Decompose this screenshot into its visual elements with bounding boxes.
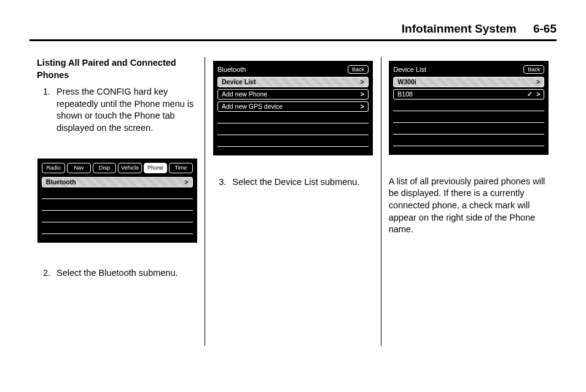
row-label: Device List xyxy=(222,77,256,86)
row-label: Add new GPS device xyxy=(222,102,283,111)
column-2: Bluetooth Back Device List>Add new Phone… xyxy=(205,57,380,346)
menu-row[interactable]: Add new GPS device> xyxy=(217,101,369,112)
tab-nav[interactable]: Nav xyxy=(67,163,91,173)
title-bar: Bluetooth Back xyxy=(217,65,369,74)
screenshot-phone-menu: RadioNavDispVehiclePhoneTime Bluetooth> xyxy=(37,159,197,242)
content-columns: Listing All Paired and Connected Phones … xyxy=(29,57,557,346)
menu-row[interactable]: Bluetooth> xyxy=(42,177,193,187)
tab-disp[interactable]: Disp xyxy=(93,163,117,173)
screenshot-bluetooth-menu: Bluetooth Back Device List>Add new Phone… xyxy=(213,61,373,155)
screenshot-device-list: Device List Back W300i>B108> xyxy=(389,61,549,155)
menu-row[interactable]: Device List> xyxy=(217,77,369,87)
empty-row xyxy=(42,189,193,199)
chevron-right-icon: > xyxy=(361,77,364,86)
menu-row[interactable]: Add new Phone> xyxy=(217,89,369,100)
header-title: Infotainment System xyxy=(402,22,517,35)
tab-phone[interactable]: Phone xyxy=(144,163,168,173)
tab-vehicle[interactable]: Vehicle xyxy=(118,163,142,173)
steps-list-3: Select the Device List submenu. xyxy=(213,176,373,189)
menu-rows: Bluetooth> xyxy=(42,177,193,234)
menu-rows: Device List>Add new Phone>Add new GPS de… xyxy=(217,77,369,147)
empty-row xyxy=(217,137,369,147)
page-number: 6-65 xyxy=(533,22,557,35)
steps-list: Press the CONFIG hard key repeatedly unt… xyxy=(37,86,197,134)
chevron-right-icon: > xyxy=(536,77,540,86)
empty-row xyxy=(393,125,544,135)
step-3: Select the Device List submenu. xyxy=(229,176,373,189)
menu-row[interactable]: W300i> xyxy=(393,77,544,87)
empty-row xyxy=(393,113,544,123)
tab-time[interactable]: Time xyxy=(169,163,193,173)
screen-title: Device List xyxy=(393,65,426,74)
screen-title: Bluetooth xyxy=(217,65,246,74)
section-title: Listing All Paired and Connected Phones xyxy=(37,57,197,81)
column-1: Listing All Paired and Connected Phones … xyxy=(29,57,205,346)
empty-row xyxy=(217,114,369,123)
back-button[interactable]: Back xyxy=(348,65,369,74)
empty-row xyxy=(42,213,193,222)
tab-bar: RadioNavDispVehiclePhoneTime xyxy=(42,163,193,173)
menu-row[interactable]: B108> xyxy=(393,89,544,100)
empty-row xyxy=(42,201,193,211)
back-button[interactable]: Back xyxy=(523,65,544,74)
chevron-right-icon: > xyxy=(185,178,189,186)
empty-row xyxy=(217,125,369,135)
page-header: Infotainment System 6-65 xyxy=(29,22,557,41)
check-arrow-icon: > xyxy=(527,90,540,98)
steps-list-cont: Select the Bluetooth submenu. xyxy=(37,267,197,280)
row-label: Add new Phone xyxy=(222,90,267,98)
tab-radio[interactable]: Radio xyxy=(42,163,66,173)
title-bar: Device List Back xyxy=(393,65,544,74)
row-label: W300i xyxy=(397,77,416,86)
empty-row xyxy=(42,224,193,234)
chevron-right-icon: > xyxy=(361,102,364,111)
menu-rows: W300i>B108> xyxy=(393,77,544,146)
explanatory-text: A list of all previously paired phones w… xyxy=(389,176,549,236)
row-label: Bluetooth xyxy=(46,178,76,186)
chevron-right-icon: > xyxy=(361,90,364,98)
empty-row xyxy=(393,136,544,146)
step-1: Press the CONFIG hard key repeatedly unt… xyxy=(53,86,197,134)
step-2: Select the Bluetooth submenu. xyxy=(53,267,197,280)
empty-row xyxy=(393,101,544,111)
column-3: Device List Back W300i>B108> A list of a… xyxy=(381,57,557,346)
row-label: B108 xyxy=(397,90,413,98)
